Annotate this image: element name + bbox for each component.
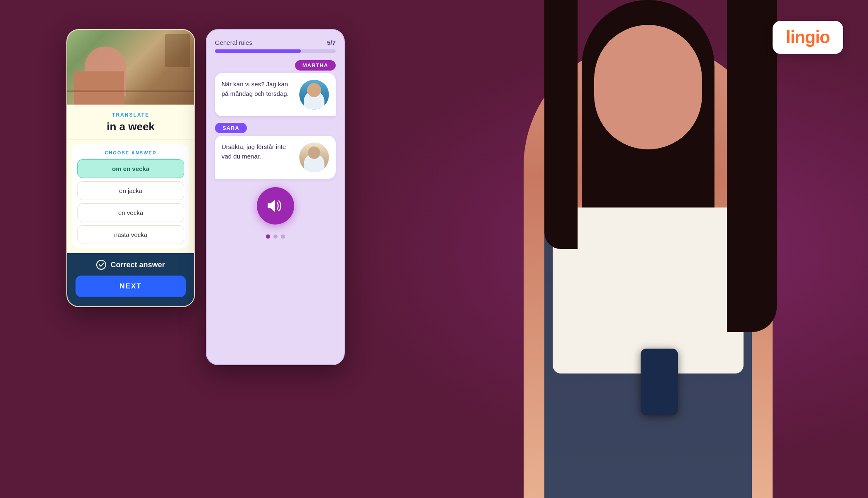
martha-avatar	[299, 80, 329, 110]
translate-label: TRANSLATE	[76, 112, 186, 118]
martha-text: När kan vi ses? Jag kan på måndag och to…	[222, 80, 293, 98]
audio-button[interactable]	[257, 187, 294, 225]
progress-header: General rules 5/7	[215, 39, 336, 46]
translate-section: TRANSLATE in a week	[67, 105, 194, 139]
dot-3[interactable]	[281, 234, 285, 239]
sara-text: Ursäkta, jag förstår inte vad du menar.	[222, 142, 293, 161]
answer-option-1[interactable]: om en vecka	[77, 159, 184, 178]
check-circle-icon	[96, 260, 106, 270]
right-phone-card: General rules 5/7 MARTHA När kan vi ses?…	[206, 29, 345, 365]
translate-word: in a week	[76, 120, 186, 133]
martha-bubble: MARTHA När kan vi ses? Jag kan på måndag…	[215, 60, 336, 116]
answer-option-3[interactable]: en vecka	[77, 203, 184, 222]
progress-bar-fill	[215, 49, 301, 53]
result-section: Correct answer NEXT	[67, 253, 194, 306]
sara-bubble: SARA Ursäkta, jag förstår inte vad du me…	[215, 123, 336, 179]
dot-1[interactable]	[266, 234, 270, 239]
progress-bar-bg	[215, 49, 336, 53]
correct-answer-row: Correct answer	[76, 260, 186, 270]
progress-count: 5/7	[327, 39, 336, 46]
left-phone-card: TRANSLATE in a week CHOOSE ANSWER om en …	[66, 29, 195, 307]
logo-text: lingio	[786, 27, 830, 47]
correct-answer-text: Correct answer	[110, 261, 165, 269]
next-button[interactable]: NEXT	[76, 276, 186, 297]
answer-option-2[interactable]: en jacka	[77, 181, 184, 200]
carousel-dots	[215, 234, 336, 239]
logo-container: lingio	[773, 21, 843, 54]
woman-area	[370, 0, 868, 498]
dot-2[interactable]	[273, 234, 278, 239]
sara-avatar	[299, 142, 329, 172]
choose-section: CHOOSE ANSWER om en vecka en jacka en ve…	[72, 144, 189, 248]
choose-label: CHOOSE ANSWER	[77, 150, 184, 155]
progress-title: General rules	[215, 39, 252, 46]
answer-option-4[interactable]: nästa vecka	[77, 225, 184, 244]
sara-name-badge: SARA	[215, 123, 247, 133]
martha-name-badge: MARTHA	[295, 60, 336, 71]
speaker-icon	[267, 198, 284, 213]
card-image	[67, 30, 194, 105]
